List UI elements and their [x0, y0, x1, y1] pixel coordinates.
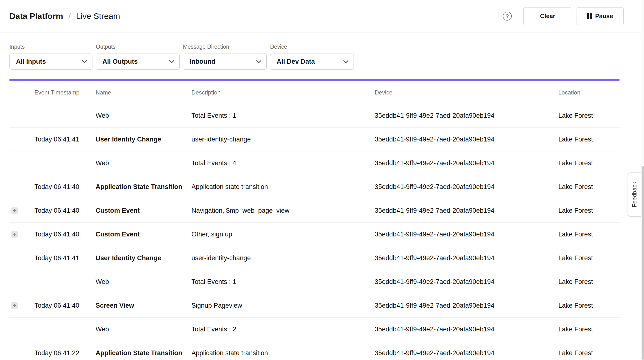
- event-location: Lake Forest: [558, 254, 620, 262]
- table-row[interactable]: + Today 06:41:40 Custom Event Navigation…: [10, 199, 620, 223]
- table-row[interactable]: Web Total Events : 1 35eddb41-9ff9-49e2-…: [10, 270, 620, 294]
- event-name: User Identity Change: [96, 254, 192, 262]
- event-location: Lake Forest: [558, 349, 620, 357]
- column-header-event-timestamp: Event Timestamp: [34, 89, 96, 96]
- event-description: Other, sign up: [192, 231, 375, 238]
- event-description: Application state transition: [192, 183, 375, 191]
- message-direction-dropdown[interactable]: Inbound: [183, 53, 267, 70]
- table-row[interactable]: + Today 06:41:40 Screen View Signup Page…: [10, 294, 620, 318]
- event-location: Lake Forest: [558, 160, 620, 167]
- scrollbar-thumb[interactable]: [642, 166, 644, 360]
- table-header-row: Event Timestamp Name Description Device …: [10, 81, 620, 104]
- event-name: Custom Event: [96, 231, 192, 238]
- event-location: Lake Forest: [558, 326, 620, 333]
- filter-device: Device All Dev Data: [270, 44, 354, 70]
- expand-row-button[interactable]: +: [11, 302, 18, 309]
- event-name: Custom Event: [96, 207, 192, 214]
- inputs-dropdown[interactable]: All Inputs: [10, 53, 92, 70]
- filter-device-label: Device: [270, 44, 354, 50]
- table-row[interactable]: Today 06:41:40 Application State Transit…: [10, 175, 620, 199]
- filter-outputs-label: Outputs: [96, 44, 180, 50]
- event-name: Screen View: [96, 302, 192, 309]
- clear-button[interactable]: Clear: [524, 7, 572, 25]
- plus-icon: +: [13, 302, 16, 309]
- event-timestamp: Today 06:41:41: [34, 136, 96, 143]
- event-device: 35eddb41-9ff9-49e2-7aed-20afa90eb194: [375, 302, 558, 309]
- expand-row-button[interactable]: +: [11, 231, 18, 238]
- feedback-tab[interactable]: Feedback: [628, 173, 641, 217]
- event-description: Navigation, $mp_web_page_view: [192, 207, 375, 214]
- breadcrumb: Data Platform / Live Stream: [10, 11, 120, 21]
- event-location: Lake Forest: [558, 207, 620, 214]
- chevron-down-icon: [169, 58, 174, 63]
- event-timestamp: Today 06:41:40: [34, 207, 96, 214]
- event-name: Web: [96, 112, 192, 119]
- table-row[interactable]: Web Total Events : 2 35eddb41-9ff9-49e2-…: [10, 318, 620, 341]
- live-stream-indicator-bar: [10, 79, 620, 81]
- pause-button-label: Pause: [595, 12, 613, 20]
- breadcrumb-separator: /: [68, 11, 70, 21]
- column-header-location: Location: [558, 89, 620, 96]
- event-description: Total Events : 1: [192, 112, 375, 119]
- event-name: Application State Transition: [96, 349, 192, 357]
- vertical-scrollbar: [641, 0, 644, 360]
- event-description: Application state transition: [192, 349, 375, 357]
- event-timestamp: Today 06:41:40: [34, 302, 96, 309]
- event-description: user-identity-change: [192, 136, 375, 143]
- event-name: Application State Transition: [96, 183, 192, 191]
- plus-icon: +: [13, 207, 16, 214]
- filter-outputs: Outputs All Outputs: [96, 44, 180, 70]
- outputs-dropdown-value: All Outputs: [102, 58, 138, 65]
- event-description: Signup Pageview: [192, 302, 375, 309]
- event-location: Lake Forest: [558, 302, 620, 309]
- column-header-name: Name: [96, 89, 192, 96]
- breadcrumb-root[interactable]: Data Platform: [10, 11, 63, 21]
- filter-bar: Inputs All Inputs Outputs All Outputs Me…: [0, 32, 644, 70]
- pause-button[interactable]: Pause: [576, 7, 624, 25]
- event-description: user-identity-change: [192, 254, 375, 262]
- filter-inputs: Inputs All Inputs: [10, 44, 92, 70]
- event-timestamp: Today 06:41:40: [34, 231, 96, 238]
- table-row[interactable]: Today 06:41:41 User Identity Change user…: [10, 128, 620, 151]
- feedback-tab-label: Feedback: [631, 182, 638, 207]
- table-row[interactable]: + Today 06:41:40 Custom Event Other, sig…: [10, 223, 620, 246]
- event-location: Lake Forest: [558, 112, 620, 119]
- plus-icon: +: [13, 231, 16, 238]
- header-actions: ? Clear Pause: [503, 7, 624, 25]
- table-row[interactable]: Web Total Events : 1 35eddb41-9ff9-49e2-…: [10, 104, 620, 128]
- event-location: Lake Forest: [558, 278, 620, 286]
- filter-inputs-label: Inputs: [10, 44, 92, 50]
- page-header: Data Platform / Live Stream ? Clear Paus…: [0, 0, 644, 32]
- event-device: 35eddb41-9ff9-49e2-7aed-20afa90eb194: [375, 326, 558, 333]
- filter-message-direction-label: Message Direction: [183, 44, 267, 50]
- table-row[interactable]: Today 06:41:22 Application State Transit…: [10, 341, 620, 360]
- event-description: Total Events : 1: [192, 278, 375, 286]
- help-icon[interactable]: ?: [503, 12, 512, 20]
- event-device: 35eddb41-9ff9-49e2-7aed-20afa90eb194: [375, 207, 558, 214]
- expand-row-button[interactable]: +: [11, 207, 18, 214]
- table-row[interactable]: Today 06:41:41 User Identity Change user…: [10, 246, 620, 270]
- table-row[interactable]: Web Total Events : 4 35eddb41-9ff9-49e2-…: [10, 151, 620, 175]
- event-device: 35eddb41-9ff9-49e2-7aed-20afa90eb194: [375, 278, 558, 286]
- chevron-down-icon: [256, 58, 261, 63]
- event-description: Total Events : 4: [192, 160, 375, 167]
- event-location: Lake Forest: [558, 183, 620, 191]
- event-name: Web: [96, 278, 192, 286]
- chevron-down-icon: [82, 58, 87, 63]
- event-location: Lake Forest: [558, 231, 620, 238]
- device-dropdown[interactable]: All Dev Data: [270, 53, 354, 70]
- event-device: 35eddb41-9ff9-49e2-7aed-20afa90eb194: [375, 349, 558, 357]
- event-description: Total Events : 2: [192, 326, 375, 333]
- event-timestamp: Today 06:41:40: [34, 183, 96, 191]
- event-device: 35eddb41-9ff9-49e2-7aed-20afa90eb194: [375, 136, 558, 143]
- outputs-dropdown[interactable]: All Outputs: [96, 53, 180, 70]
- event-device: 35eddb41-9ff9-49e2-7aed-20afa90eb194: [375, 112, 558, 119]
- column-header-description: Description: [192, 89, 375, 96]
- chevron-down-icon: [343, 58, 348, 63]
- page-title: Live Stream: [76, 11, 120, 21]
- event-location: Lake Forest: [558, 136, 620, 143]
- event-device: 35eddb41-9ff9-49e2-7aed-20afa90eb194: [375, 231, 558, 238]
- live-stream-page: Data Platform / Live Stream ? Clear Paus…: [0, 0, 644, 360]
- event-device: 35eddb41-9ff9-49e2-7aed-20afa90eb194: [375, 160, 558, 167]
- pause-icon: [587, 13, 592, 19]
